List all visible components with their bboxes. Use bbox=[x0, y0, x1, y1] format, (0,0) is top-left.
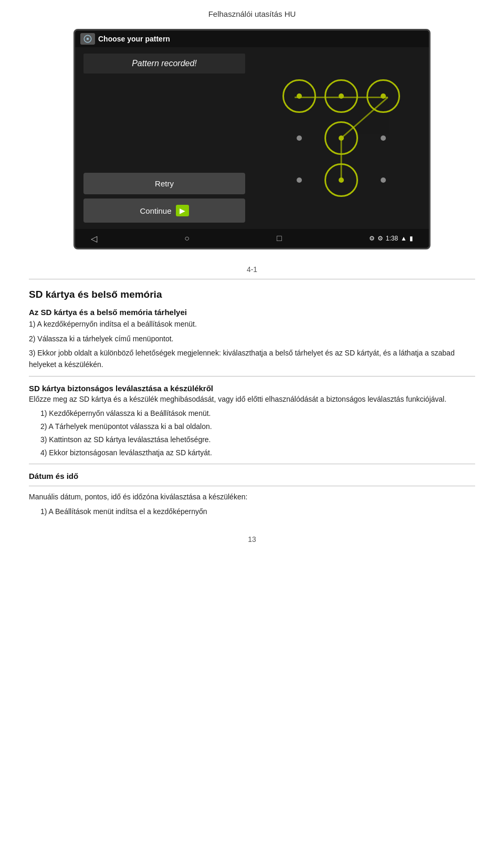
svg-point-1 bbox=[87, 38, 89, 40]
pattern-dot-2 bbox=[366, 79, 400, 113]
pattern-dot-7 bbox=[324, 163, 358, 197]
android-top-bar-left: Choose your pattern bbox=[80, 33, 170, 45]
android-right-panel bbox=[254, 47, 429, 229]
sd-step-2: 2) A Tárhelyek menüpontot válassza ki a … bbox=[40, 421, 475, 433]
back-nav-icon[interactable]: ◁ bbox=[91, 234, 97, 244]
datum-desc: Manuális dátum, pontos, idő és időzóna k… bbox=[29, 492, 475, 503]
pattern-dot-4 bbox=[324, 121, 358, 155]
pattern-grid bbox=[277, 74, 405, 202]
pattern-dot-6 bbox=[282, 163, 316, 197]
step-3: 3) Ekkor jobb oldalt a különböző lehetős… bbox=[29, 348, 475, 370]
sub-heading: Az SD kártya és a belső memória tárhelye… bbox=[29, 308, 475, 317]
pattern-dot-0 bbox=[282, 79, 316, 113]
pattern-recorded-banner: Pattern recorded! bbox=[83, 54, 245, 74]
datum-step-1: 1) A Beállítások menüt indítsa el a kezd… bbox=[40, 506, 475, 518]
retry-button[interactable]: Retry bbox=[83, 173, 245, 194]
android-left-panel: Pattern recorded! Retry Continue ▶ bbox=[75, 47, 254, 229]
mid-divider-3 bbox=[29, 486, 475, 486]
step-2: 2) Válassza ki a tárhelyek című menüpont… bbox=[29, 333, 475, 345]
footer-page-number: 13 bbox=[0, 535, 504, 553]
sd-step-3: 3) Kattintson az SD kártya leválasztása … bbox=[40, 434, 475, 446]
header-title: Felhasználói utasítás HU bbox=[208, 9, 296, 18]
battery-icon: ▮ bbox=[410, 235, 413, 242]
sd-section-heading: SD kártya biztonságos leválasztása a kés… bbox=[29, 384, 475, 393]
wifi-icon: ▲ bbox=[401, 235, 407, 242]
step-1: 1) A kezdőképernyőn indítsa el a beállít… bbox=[29, 319, 475, 330]
android-top-bar: Choose your pattern bbox=[75, 30, 429, 47]
screenshot-container: Choose your pattern Pattern recorded! Re… bbox=[74, 29, 430, 249]
page-header: Felhasználói utasítás HU bbox=[0, 0, 504, 24]
recents-nav-icon[interactable]: □ bbox=[277, 234, 282, 243]
clock-display: 1:38 bbox=[386, 235, 398, 242]
usb-icon: ⚙ bbox=[369, 235, 375, 242]
phone-screenshot: Choose your pattern Pattern recorded! Re… bbox=[74, 29, 430, 249]
pattern-area bbox=[277, 74, 405, 202]
top-divider bbox=[29, 279, 475, 279]
sd-step-1: 1) Kezdőképernyőn válassza ki a Beállítá… bbox=[40, 408, 475, 420]
continue-button[interactable]: Continue ▶ bbox=[83, 198, 245, 223]
home-nav-icon[interactable]: ○ bbox=[184, 234, 190, 243]
mid-divider-1 bbox=[29, 376, 475, 377]
app-icon-box bbox=[80, 33, 95, 45]
datum-heading: Dátum és idő bbox=[29, 472, 475, 480]
mid-divider-2 bbox=[29, 464, 475, 464]
android-nav-bar: ◁ ○ □ ⚙ ⚙ 1:38 ▲ ▮ bbox=[75, 229, 429, 248]
pattern-dot-8 bbox=[366, 163, 400, 197]
android-status-right: ⚙ ⚙ 1:38 ▲ ▮ bbox=[369, 235, 413, 242]
pattern-dot-3 bbox=[282, 121, 316, 155]
settings-icon: ⚙ bbox=[377, 235, 383, 242]
sd-section-desc: Előzze meg az SD kártya és a készülék me… bbox=[29, 394, 475, 405]
android-content: Pattern recorded! Retry Continue ▶ bbox=[75, 47, 429, 229]
page-number-label: 4-1 bbox=[29, 265, 475, 274]
main-heading: SD kártya és belső memória bbox=[29, 289, 475, 300]
pattern-dot-1 bbox=[324, 79, 358, 113]
sd-step-4: 4) Ekkor biztonságosan leválaszthatja az… bbox=[40, 447, 475, 459]
android-screen-title: Choose your pattern bbox=[98, 35, 170, 43]
page-content: 4-1 SD kártya és belső memória Az SD kár… bbox=[0, 260, 504, 535]
continue-arrow-icon: ▶ bbox=[176, 205, 189, 216]
pattern-dot-5 bbox=[366, 121, 400, 155]
